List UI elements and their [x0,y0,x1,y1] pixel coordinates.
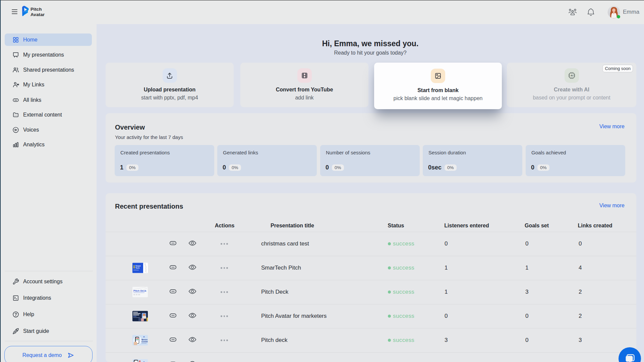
svg-text:AI: AI [570,74,573,77]
